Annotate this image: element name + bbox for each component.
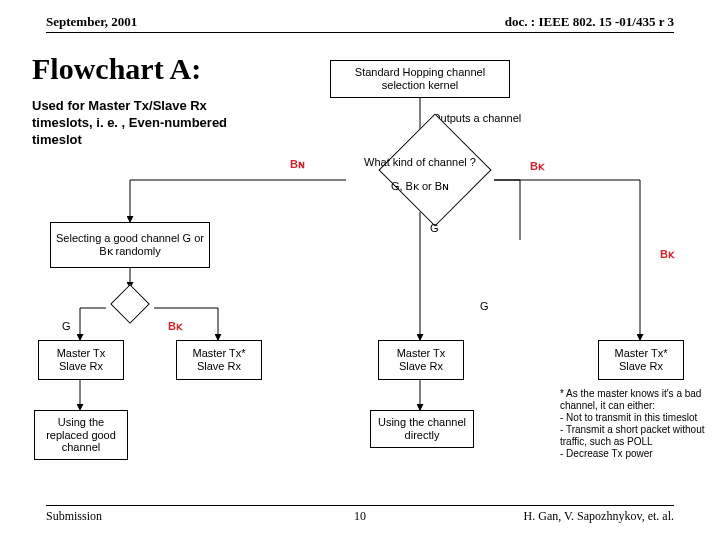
action-box-2: Master Tx* Slave Rx bbox=[176, 340, 262, 380]
decision-channel-kind: What kind of channel ? G, Bᴋ or Bɴ bbox=[346, 148, 494, 212]
action-box-1: Master Tx Slave Rx bbox=[38, 340, 124, 380]
kernel-box: Standard Hopping channel selection kerne… bbox=[330, 60, 510, 98]
bk-label-small: Bᴋ bbox=[168, 320, 182, 333]
asterisk-note: * As the master knows it's a bad channel… bbox=[560, 388, 710, 460]
header-date: September, 2001 bbox=[46, 14, 137, 30]
slide-title: Flowchart A: bbox=[32, 52, 201, 86]
outputs-label: Outputs a channel bbox=[432, 112, 521, 124]
header-docnum: doc. : IEEE 802. 15 -01/435 r 3 bbox=[505, 14, 674, 30]
bk-label-top: Bᴋ bbox=[530, 160, 544, 173]
header-rule bbox=[46, 32, 674, 33]
action-box-3: Master Tx Slave Rx bbox=[378, 340, 464, 380]
bn-label: Bɴ bbox=[290, 158, 305, 171]
action-box-4: Master Tx* Slave Rx bbox=[598, 340, 684, 380]
slide-subtitle: Used for Master Tx/Slave Rx timeslots, i… bbox=[32, 98, 252, 149]
g-label-side: G bbox=[480, 300, 489, 312]
select-good-channel-box: Selecting a good channel G or Bᴋ randoml… bbox=[50, 222, 210, 268]
note-direct: Using the channel directly bbox=[370, 410, 474, 448]
footer-authors: H. Gan, V. Sapozhnykov, et. al. bbox=[524, 509, 674, 524]
bk-label-far: Bᴋ bbox=[660, 248, 674, 261]
note-replaced: Using the replaced good channel bbox=[34, 410, 128, 460]
g-label-small: G bbox=[62, 320, 71, 332]
footer-rule bbox=[46, 505, 674, 506]
decision-g-or-bk bbox=[106, 288, 154, 328]
g-label-main: G bbox=[430, 222, 439, 234]
